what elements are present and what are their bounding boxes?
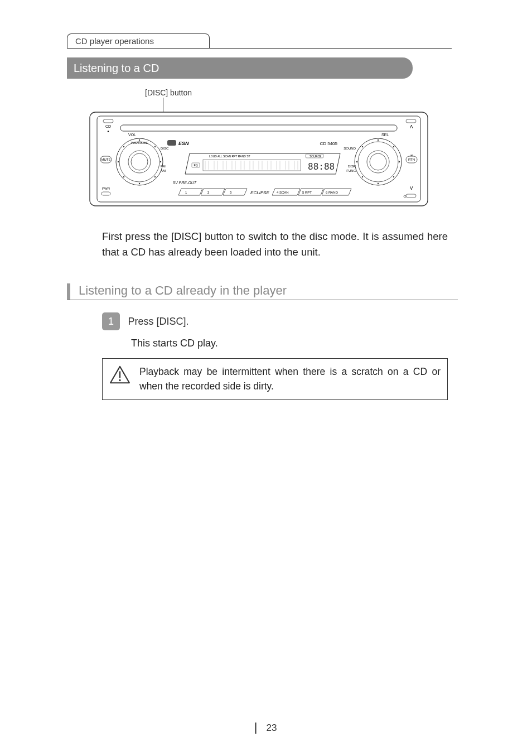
caution-icon [109, 365, 133, 387]
sel-label: SEL [381, 133, 389, 137]
rtn-label: RTN [408, 158, 415, 161]
svg-text:SOURCE: SOURCE [309, 155, 322, 158]
vol-label: VOL [128, 133, 136, 137]
step-label: Press [DISC]. [128, 316, 188, 328]
title-bar: Listening to a CD [67, 57, 413, 79]
svg-point-27 [362, 176, 363, 177]
svg-point-26 [378, 183, 379, 184]
svg-text:ECLIPSE: ECLIPSE [250, 190, 269, 195]
svg-point-22 [378, 139, 379, 141]
svg-point-12 [154, 176, 156, 177]
svg-point-25 [393, 176, 394, 177]
cd-slot-label: CD [105, 124, 111, 128]
svg-text:LOUD ALL SCAN RPT RAND ST: LOUD ALL SCAN RPT RAND ST [209, 155, 250, 158]
svg-point-8 [131, 153, 148, 170]
svg-point-11 [160, 161, 161, 162]
svg-text:EQ: EQ [194, 163, 197, 167]
svg-text:5  RPT: 5 RPT [302, 191, 312, 194]
caution-text: Playback may be intermittent when there … [139, 364, 441, 394]
pwr-label: PWR [102, 187, 110, 190]
step-description: This starts CD play. [131, 338, 218, 349]
svg-text:↩: ↩ [410, 153, 413, 157]
page-tab: CD player operations [67, 33, 210, 48]
intro-paragraph: First press the [DISC] button to switch … [102, 229, 448, 260]
step-number: 1 [102, 312, 120, 330]
svg-point-21 [370, 153, 386, 170]
am-label: AM [161, 169, 166, 172]
svg-point-29 [362, 146, 363, 147]
fm-label: FM [161, 165, 166, 168]
svg-text:5V PRE-OUT: 5V PRE-OUT [173, 181, 197, 185]
svg-rect-36 [167, 140, 176, 146]
left-knob: PUSH MODE [116, 138, 163, 185]
disc-button-label: DISC [161, 147, 169, 150]
func-label: FUNC [346, 169, 356, 172]
mute-label: MUTE [101, 158, 111, 161]
svg-rect-2 [120, 125, 397, 131]
svg-point-15 [118, 161, 119, 162]
svg-point-13 [139, 183, 140, 184]
svg-point-76 [119, 379, 120, 381]
svg-point-9 [139, 139, 140, 141]
horizontal-rule [67, 48, 452, 49]
svg-point-14 [123, 176, 124, 177]
caution-box: Playback may be intermittent when there … [102, 358, 448, 400]
page-number: 23 [255, 723, 277, 734]
svg-text:6  RAND: 6 RAND [326, 191, 338, 194]
svg-text:▲: ▲ [107, 129, 110, 133]
svg-point-16 [123, 146, 124, 147]
svg-point-28 [356, 161, 357, 162]
callout-label: [DISC] button [145, 88, 192, 97]
section-heading: Listening to a CD already in the player [67, 283, 458, 300]
svg-point-23 [393, 146, 394, 147]
device-illustration: CD ▲ VOL SEL PUSH MODE [89, 112, 428, 206]
svg-text:ESN: ESN [178, 141, 189, 146]
sound-label: SOUND [344, 147, 356, 150]
svg-point-24 [399, 161, 400, 162]
disp-label: DISP [348, 165, 356, 168]
svg-text:88:88: 88:88 [308, 161, 335, 172]
right-knob [355, 138, 402, 185]
svg-text:CD 5405: CD 5405 [320, 141, 337, 146]
svg-point-10 [154, 146, 156, 147]
svg-text:4  SCAN: 4 SCAN [277, 191, 289, 194]
push-mode-label: PUSH MODE [131, 141, 148, 145]
